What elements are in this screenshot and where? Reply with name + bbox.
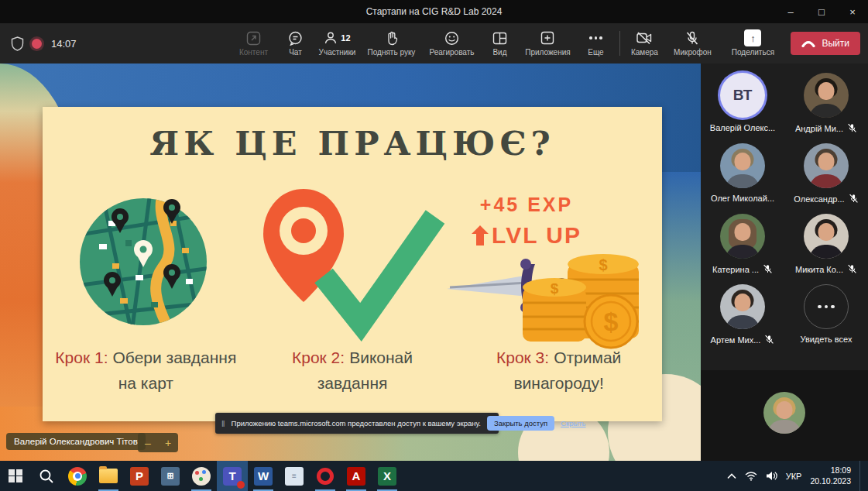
taskbar-notepad-button[interactable]: ≡: [279, 461, 310, 491]
participant-name: Микита Ко...: [795, 265, 843, 274]
toolbar-microphone-button[interactable]: Микрофон: [662, 30, 722, 57]
taskbar-explorer-button[interactable]: [93, 461, 124, 491]
drag-handle-icon[interactable]: ‖: [221, 419, 225, 428]
taskbar-opera-button[interactable]: [310, 461, 341, 491]
svg-text:$: $: [604, 307, 619, 336]
map-illustration: [77, 194, 209, 327]
excel-icon: X: [378, 467, 396, 486]
slide-steps: Крок 1:Обери завдання на карт Крок 2:Вик…: [43, 345, 662, 396]
recording-indicator-icon: [32, 39, 42, 49]
camera-off-icon: [636, 30, 653, 46]
hide-banner-link[interactable]: Скрыть: [561, 419, 585, 427]
share-screen-icon: ↑: [744, 30, 761, 46]
slide-title: ЯК ЦЕ ПРАЦЮЄ?: [43, 124, 662, 163]
opera-icon: [317, 468, 334, 485]
notepad-icon: ≡: [285, 467, 304, 486]
volume-icon[interactable]: [766, 471, 777, 481]
toolbar-participants-button[interactable]: 12 Участники: [313, 30, 361, 57]
tray-time: 18:09: [810, 465, 851, 476]
toolbar-chat-button[interactable]: Чат: [277, 30, 313, 57]
powerpoint-icon: P: [130, 467, 149, 486]
participant-name: Олег Миколай...: [711, 194, 774, 203]
more-dots-icon: [589, 30, 602, 46]
participant-tile[interactable]: ВТ Валерій Олекс...: [701, 73, 784, 133]
acrobat-icon: A: [347, 467, 365, 486]
avatar: [804, 214, 849, 259]
step-2: Крок 2:Виконай завдання: [249, 345, 456, 396]
raise-hand-icon: [385, 30, 398, 46]
stop-sharing-button[interactable]: Закрыть доступ: [487, 416, 554, 431]
taskbar-word-button[interactable]: W: [248, 461, 279, 491]
toolbar-view-button[interactable]: Вид: [482, 30, 517, 57]
calculator-icon: ⊞: [161, 467, 180, 486]
share-banner-text: Приложению teams.microsoft.com предостав…: [232, 419, 481, 427]
start-button[interactable]: [0, 461, 31, 491]
participant-name: Артем Мих...: [711, 335, 761, 345]
coin-single: $: [585, 295, 637, 348]
meeting-stage: ЯК ЦЕ ПРАЦЮЄ?: [0, 64, 868, 461]
window-titlebar: Стартапи на CIG R&D Lab 2024 – □ ×: [0, 0, 868, 23]
toolbar-apps-button[interactable]: Приложения: [517, 30, 578, 57]
meeting-toolbar: 14:07 Контент Чат 12 Участники: [0, 23, 868, 64]
close-button[interactable]: ×: [837, 0, 868, 23]
toolbar-content-button[interactable]: Контент: [229, 30, 277, 57]
exp-levelup-text: +45 EXP LVL UP: [445, 194, 608, 249]
presenter-name-label: Валерій Олександрович Тітов: [6, 433, 146, 450]
toolbar-raise-hand-button[interactable]: Поднять руку: [361, 30, 421, 57]
zoom-in-button[interactable]: +: [158, 437, 178, 449]
toolbar-react-button[interactable]: Реагировать: [421, 30, 482, 57]
zoom-control: – +: [138, 433, 178, 452]
tray-date: 20.10.2023: [810, 476, 851, 486]
avatar-initials: ВТ: [720, 73, 765, 118]
tray-clock[interactable]: 18:09 20.10.2023: [810, 465, 851, 486]
file-explorer-icon: [99, 469, 118, 483]
taskbar-search-button[interactable]: [31, 461, 62, 491]
toolbar-more-button[interactable]: Еще: [578, 30, 613, 57]
participant-tile[interactable]: Олександр...: [784, 143, 868, 204]
chrome-icon: [68, 467, 87, 486]
window-controls: – □ ×: [775, 0, 868, 23]
see-all-participants-button[interactable]: Увидеть всех: [784, 284, 868, 345]
taskbar-calculator-button[interactable]: ⊞: [155, 461, 186, 491]
tray-chevron-up-icon[interactable]: [727, 473, 736, 479]
minimize-button[interactable]: –: [775, 0, 806, 23]
taskbar-teams-button[interactable]: T: [217, 461, 248, 491]
pinned-participant-area[interactable]: [701, 370, 868, 461]
show-desktop-button[interactable]: [859, 461, 863, 491]
taskbar-paint-button[interactable]: [186, 461, 217, 491]
toolbar-share-button[interactable]: ↑ Поделиться: [722, 30, 783, 57]
toolbar-camera-button[interactable]: Камера: [626, 30, 662, 57]
avatar: [720, 214, 765, 259]
leave-button[interactable]: Выйти: [791, 32, 860, 55]
participant-name: Олександр...: [794, 194, 844, 204]
taskbar-powerpoint-button[interactable]: P: [124, 461, 155, 491]
participant-tile[interactable]: Олег Миколай...: [701, 143, 784, 204]
language-indicator[interactable]: УКР: [786, 472, 802, 481]
zoom-out-button[interactable]: –: [138, 437, 158, 449]
chat-icon: [288, 30, 303, 46]
view-layout-icon: [492, 30, 507, 46]
participant-tile[interactable]: Микита Ко...: [784, 214, 868, 274]
wifi-icon[interactable]: [745, 472, 757, 481]
paint-palette-icon: [192, 467, 211, 486]
participant-tile[interactable]: Катерина ...: [701, 214, 784, 274]
meeting-timer: 14:07: [51, 38, 77, 50]
mic-off-icon: [763, 264, 773, 274]
maximize-button[interactable]: □: [806, 0, 837, 23]
taskbar-chrome-button[interactable]: [62, 461, 93, 491]
overflow-dots-icon: [804, 284, 849, 329]
taskbar-acrobat-button[interactable]: A: [341, 461, 372, 491]
see-all-label: Увидеть всех: [801, 335, 853, 344]
participants-panel: ВТ Валерій Олекс... Андрій Ми... Олег Ми…: [701, 64, 868, 461]
taskbar-excel-button[interactable]: X: [372, 461, 403, 491]
participant-name: Андрій Ми...: [795, 124, 843, 133]
presentation-slide: ЯК ЦЕ ПРАЦЮЄ?: [43, 107, 662, 421]
participant-tile[interactable]: Артем Мих...: [701, 284, 784, 345]
mic-off-icon: [847, 264, 857, 274]
apps-plus-icon: [540, 30, 554, 46]
avatar: [804, 73, 849, 118]
participant-tile[interactable]: Андрій Ми...: [784, 73, 868, 133]
participant-name: Валерій Олекс...: [710, 123, 775, 132]
participants-icon: 12: [324, 30, 350, 46]
word-icon: W: [254, 467, 273, 486]
